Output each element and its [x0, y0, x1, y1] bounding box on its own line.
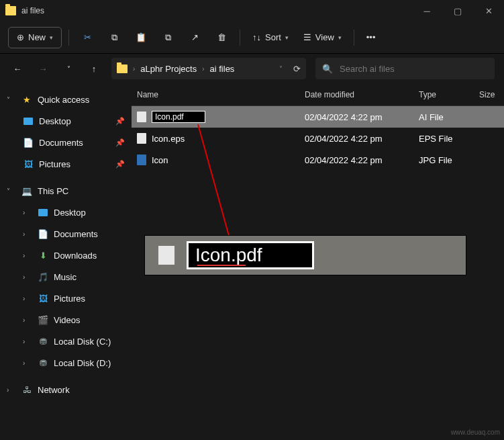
chevron-right-icon: ›	[23, 316, 32, 324]
rename-icon: ⧉	[162, 32, 174, 44]
folder-icon	[117, 64, 128, 73]
file-name: Icon.eps	[152, 134, 185, 144]
chevron-right-icon: ›	[23, 338, 32, 345]
sidebar-music[interactable]: ›🎵Music	[0, 266, 132, 288]
copy-button[interactable]: ⧉	[103, 27, 125, 48]
nav-row: ← → ˅ ↑ › aLphr Projects › ai files ˅ ⟳ …	[0, 54, 504, 83]
file-icon	[137, 155, 146, 165]
sidebar-documents[interactable]: 📄Documents📌	[0, 132, 132, 153]
sort-icon: ↑↓	[252, 32, 261, 42]
close-button[interactable]: ✕	[473, 0, 504, 21]
sidebar-desktop[interactable]: Desktop📌	[0, 110, 132, 132]
sidebar-quick-access[interactable]: ˅ ★ Quick access	[0, 89, 132, 110]
file-row[interactable]: Icon 02/04/2022 4:22 pm JPG File	[132, 149, 504, 171]
sidebar-pictures[interactable]: 🖼Pictures📌	[0, 153, 132, 175]
new-button[interactable]: ⊕ New ▾	[8, 27, 62, 48]
forward-button[interactable]: →	[35, 60, 51, 77]
ellipsis-icon: •••	[366, 32, 376, 42]
sidebar-documents-pc[interactable]: ›📄Documents	[0, 223, 132, 245]
rename-button[interactable]: ⧉	[156, 27, 179, 48]
breadcrumb-root[interactable]: aLphr Projects	[140, 64, 197, 74]
chevron-down-icon: ˅	[7, 96, 16, 103]
window-title: ai files	[21, 6, 411, 15]
paste-button[interactable]: 📋	[130, 27, 152, 48]
sidebar-label: Documents	[39, 138, 83, 148]
sidebar-label: Pictures	[54, 294, 85, 304]
sidebar-this-pc[interactable]: ˅ 💻 This PC	[0, 180, 132, 202]
col-name[interactable]: Name	[137, 90, 305, 99]
pictures-icon: 🖼	[23, 159, 34, 169]
refresh-button[interactable]: ⟳	[293, 64, 301, 74]
file-row[interactable]: Icon.eps 02/04/2022 4:22 pm EPS File	[132, 128, 504, 149]
sidebar-label: Network	[38, 385, 70, 395]
divider	[68, 30, 69, 46]
chevron-down-icon: ▾	[338, 34, 342, 41]
file-type: JPG File	[419, 155, 479, 165]
chevron-down-icon: ˅	[7, 187, 16, 195]
divider	[354, 30, 354, 46]
star-icon: ★	[21, 94, 32, 105]
file-icon	[158, 246, 174, 265]
sidebar: ˅ ★ Quick access Desktop📌 📄Documents📌 🖼P…	[0, 83, 132, 440]
maximize-button[interactable]: ▢	[442, 0, 473, 21]
rename-input[interactable]	[152, 111, 205, 123]
back-button[interactable]: ←	[9, 60, 26, 77]
col-date[interactable]: Date modified	[305, 90, 419, 99]
chevron-right-icon: ›	[23, 230, 32, 238]
sort-button[interactable]: ↑↓ Sort ▾	[247, 27, 294, 48]
sidebar-label: Desktop	[54, 208, 86, 218]
address-bar[interactable]: › aLphr Projects › ai files ˅ ⟳	[111, 58, 306, 79]
breadcrumb-current[interactable]: ai files	[210, 64, 235, 74]
col-size[interactable]: Size	[479, 90, 504, 99]
chevron-right-icon: ›	[23, 252, 32, 259]
file-icon	[137, 112, 146, 122]
copy-icon: ⧉	[108, 32, 120, 44]
sidebar-local-d[interactable]: ›⛃Local Disk (D:)	[0, 352, 132, 373]
up-dir-button[interactable]: ↑	[86, 60, 102, 77]
search-icon: 🔍	[322, 64, 333, 74]
pin-icon: 📌	[115, 160, 125, 169]
sidebar-videos[interactable]: ›🎬Videos	[0, 309, 132, 331]
file-name: Icon	[152, 155, 168, 165]
search-box[interactable]: 🔍	[315, 58, 495, 79]
documents-icon: 📄	[23, 137, 34, 148]
chevron-down-icon[interactable]: ˅	[279, 65, 283, 73]
sidebar-label: Downloads	[54, 251, 97, 261]
zoom-overlay	[144, 235, 466, 275]
chevron-down-icon: ▾	[50, 34, 53, 41]
sidebar-label: Pictures	[39, 159, 70, 169]
sidebar-desktop-pc[interactable]: ›Desktop	[0, 202, 132, 223]
pictures-icon: 🖼	[38, 293, 48, 304]
col-type[interactable]: Type	[419, 90, 479, 99]
sidebar-label: Videos	[54, 315, 81, 325]
share-button[interactable]: ↗	[183, 27, 206, 48]
chevron-right-icon: ›	[23, 295, 32, 302]
cut-button[interactable]: ✂	[76, 27, 99, 48]
sidebar-label: Music	[54, 272, 77, 282]
search-input[interactable]	[340, 64, 488, 74]
minimize-button[interactable]: ─	[411, 0, 442, 21]
more-button[interactable]: •••	[361, 27, 381, 48]
sidebar-pictures-pc[interactable]: ›🖼Pictures	[0, 288, 132, 309]
paste-icon: 📋	[135, 32, 147, 44]
file-type: EPS File	[419, 134, 479, 144]
chevron-right-icon: ›	[202, 65, 204, 73]
view-button[interactable]: ☰ View ▾	[298, 27, 347, 48]
drive-icon: ⛃	[38, 336, 48, 347]
share-icon: ↗	[189, 32, 201, 44]
chevron-right-icon: ›	[7, 386, 16, 394]
up-button[interactable]: ˅	[60, 60, 77, 77]
watermark: www.deuaq.com	[451, 429, 500, 436]
sidebar-label: Local Disk (D:)	[54, 358, 111, 368]
spellcheck-underline	[197, 265, 246, 266]
view-icon: ☰	[303, 32, 311, 42]
sidebar-network[interactable]: › 🖧 Network	[0, 379, 132, 400]
new-label: New	[28, 32, 46, 42]
column-headers[interactable]: Name Date modified Type Size	[132, 83, 504, 106]
delete-button[interactable]: 🗑	[210, 27, 233, 48]
drive-icon: ⛃	[38, 357, 48, 368]
file-row[interactable]: 02/04/2022 4:22 pm AI File	[132, 106, 504, 128]
file-date: 02/04/2022 4:22 pm	[305, 112, 419, 122]
sidebar-local-c[interactable]: ›⛃Local Disk (C:)	[0, 331, 132, 352]
sidebar-downloads[interactable]: ›⬇Downloads	[0, 245, 132, 266]
